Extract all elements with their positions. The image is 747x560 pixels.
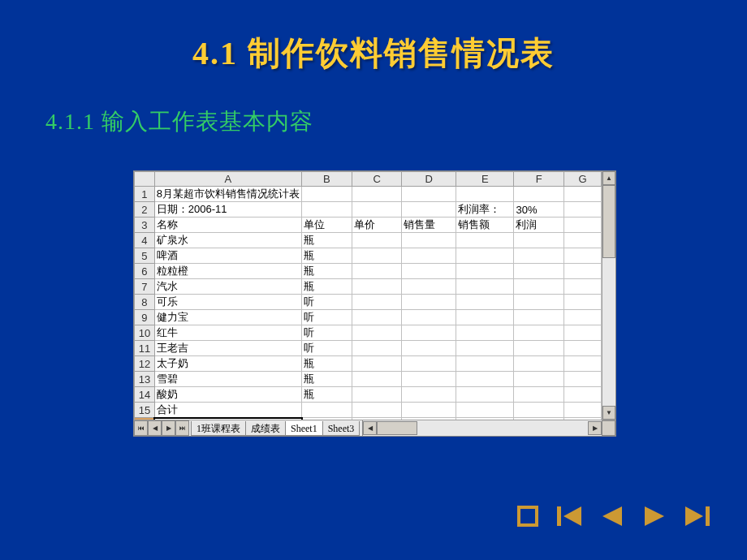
- cell[interactable]: 30%: [514, 202, 564, 218]
- cell[interactable]: [456, 310, 514, 325]
- cell[interactable]: [456, 187, 514, 202]
- cell[interactable]: 红牛: [154, 325, 301, 341]
- row-header[interactable]: 1: [135, 187, 155, 202]
- cell[interactable]: 瓶: [302, 248, 352, 264]
- tab-nav-prev[interactable]: ◀: [148, 420, 162, 436]
- cell[interactable]: [402, 387, 456, 403]
- cell[interactable]: [456, 403, 514, 418]
- cell[interactable]: [352, 264, 402, 279]
- cell[interactable]: [514, 187, 564, 202]
- cell[interactable]: 听: [302, 325, 352, 341]
- cell[interactable]: 瓶: [302, 264, 352, 279]
- scroll-down-button[interactable]: ▼: [602, 406, 615, 420]
- cell[interactable]: 利润: [514, 218, 564, 233]
- row-header[interactable]: 4: [135, 233, 155, 248]
- row-header[interactable]: 9: [135, 310, 155, 325]
- cell[interactable]: [352, 295, 402, 310]
- cell[interactable]: [402, 403, 456, 418]
- cell[interactable]: [564, 202, 602, 218]
- row-header[interactable]: 13: [135, 372, 155, 387]
- cell[interactable]: [514, 233, 564, 248]
- cell[interactable]: [514, 325, 564, 341]
- cell[interactable]: 瓶: [302, 356, 352, 372]
- cell[interactable]: [456, 372, 514, 387]
- cell[interactable]: [514, 403, 564, 418]
- col-header-A[interactable]: A: [154, 172, 301, 187]
- cell[interactable]: [402, 233, 456, 248]
- cell[interactable]: [564, 248, 602, 264]
- sheet-tab[interactable]: Sheet1: [285, 421, 323, 436]
- row-header[interactable]: 5: [135, 248, 155, 264]
- cell[interactable]: [514, 264, 564, 279]
- cell[interactable]: [514, 295, 564, 310]
- cell[interactable]: [352, 202, 402, 218]
- cell[interactable]: [302, 202, 352, 218]
- select-all-corner[interactable]: [135, 172, 155, 187]
- cell[interactable]: 听: [302, 341, 352, 356]
- nav-next-button[interactable]: [638, 500, 671, 532]
- cell[interactable]: [402, 356, 456, 372]
- cell[interactable]: [352, 356, 402, 372]
- cell[interactable]: 可乐: [154, 295, 301, 310]
- cell[interactable]: 日期：2006-11: [154, 202, 301, 218]
- cell[interactable]: 酸奶: [154, 387, 301, 403]
- cell[interactable]: [352, 233, 402, 248]
- cell[interactable]: 雪碧: [154, 372, 301, 387]
- cell[interactable]: 瓶: [302, 279, 352, 295]
- cell[interactable]: 啤酒: [154, 248, 301, 264]
- cell[interactable]: [514, 310, 564, 325]
- cell[interactable]: 汽水: [154, 279, 301, 295]
- cell[interactable]: [352, 310, 402, 325]
- cell[interactable]: 名称: [154, 218, 301, 233]
- cell[interactable]: [456, 295, 514, 310]
- cell[interactable]: [514, 387, 564, 403]
- col-header-C[interactable]: C: [352, 172, 402, 187]
- cell[interactable]: 听: [302, 310, 352, 325]
- horizontal-scroll-thumb[interactable]: [377, 421, 417, 435]
- cell[interactable]: [402, 248, 456, 264]
- cell[interactable]: [564, 341, 602, 356]
- cell[interactable]: [352, 372, 402, 387]
- cell[interactable]: [456, 341, 514, 356]
- nav-stop-button[interactable]: [512, 500, 544, 532]
- cell[interactable]: [402, 279, 456, 295]
- vertical-scrollbar[interactable]: ▲ ▼: [602, 171, 615, 420]
- scroll-right-button[interactable]: ▶: [588, 421, 602, 435]
- cell[interactable]: [456, 356, 514, 372]
- tab-nav-last[interactable]: ⏭: [175, 420, 189, 436]
- cell[interactable]: [564, 218, 602, 233]
- cell[interactable]: [402, 264, 456, 279]
- row-header[interactable]: 15: [135, 403, 155, 418]
- nav-last-button[interactable]: [680, 500, 713, 532]
- col-header-E[interactable]: E: [456, 172, 514, 187]
- cell[interactable]: [352, 341, 402, 356]
- row-header[interactable]: 12: [135, 356, 155, 372]
- cell[interactable]: 瓶: [302, 387, 352, 403]
- cell[interactable]: [564, 187, 602, 202]
- cell[interactable]: [514, 356, 564, 372]
- col-header-B[interactable]: B: [302, 172, 352, 187]
- cell[interactable]: [564, 295, 602, 310]
- cell[interactable]: [514, 279, 564, 295]
- cell[interactable]: 听: [302, 295, 352, 310]
- col-header-F[interactable]: F: [514, 172, 564, 187]
- worksheet-grid[interactable]: A B C D E F G 18月某超市饮料销售情况统计表2日期：2006-11…: [134, 171, 602, 420]
- sheet-tab[interactable]: Sheet3: [322, 421, 361, 436]
- cell[interactable]: [302, 187, 352, 202]
- tab-nav-next[interactable]: ▶: [162, 420, 175, 436]
- cell[interactable]: [564, 356, 602, 372]
- scroll-left-button[interactable]: ◀: [363, 421, 377, 435]
- cell[interactable]: 瓶: [302, 233, 352, 248]
- cell[interactable]: [564, 264, 602, 279]
- cell[interactable]: [564, 387, 602, 403]
- cell[interactable]: 健力宝: [154, 310, 301, 325]
- cell[interactable]: [564, 233, 602, 248]
- cell[interactable]: [456, 325, 514, 341]
- cell[interactable]: [402, 341, 456, 356]
- cell[interactable]: 8月某超市饮料销售情况统计表: [154, 187, 301, 202]
- cell[interactable]: [514, 372, 564, 387]
- nav-prev-button[interactable]: [596, 500, 628, 532]
- row-header[interactable]: 10: [135, 325, 155, 341]
- cell[interactable]: 销售额: [456, 218, 514, 233]
- cell[interactable]: [456, 279, 514, 295]
